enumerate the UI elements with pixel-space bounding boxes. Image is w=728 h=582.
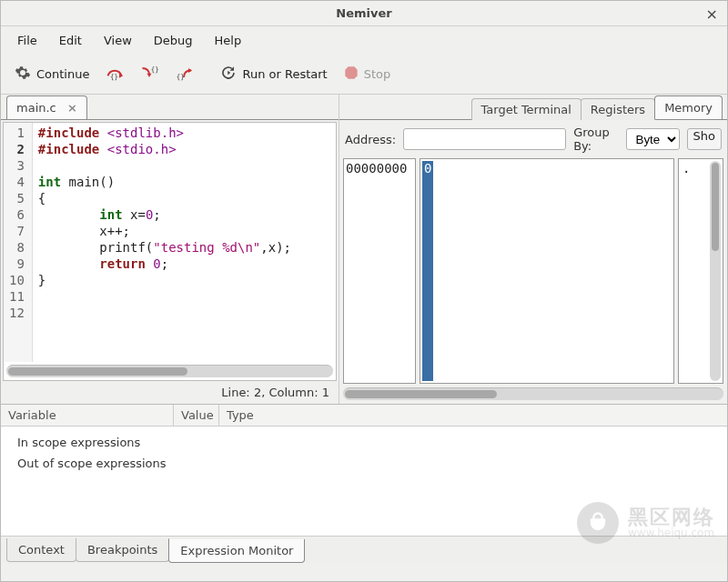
continue-button[interactable]: Continue [8, 60, 96, 88]
svg-marker-3 [345, 66, 357, 78]
row-out-scope[interactable]: Out of scope expressions [1, 453, 727, 474]
step-into-button[interactable]: {} [134, 60, 165, 88]
step-over-icon: {} [106, 65, 124, 84]
continue-label: Continue [36, 67, 89, 81]
address-label: Address: [345, 133, 396, 146]
inspect-pane: Target Terminal Registers Memory Address… [339, 95, 727, 404]
svg-text:{}: {} [177, 73, 185, 81]
bottom-tabs: Context Breakpoints Expression Monitor [1, 536, 727, 563]
groupby-label: Group By: [573, 125, 618, 153]
run-restart-button[interactable]: Run or Restart [214, 60, 333, 88]
svg-text:{}: {} [151, 65, 158, 74]
tab-target-terminal[interactable]: Target Terminal [471, 98, 581, 120]
variables-columns: Variable Value Type [1, 405, 727, 426]
memory-hex-selected: 0 [422, 161, 433, 381]
title-bar: Nemiver × [1, 1, 727, 26]
restart-icon [220, 65, 237, 84]
memory-ascii-vscroll[interactable] [710, 161, 721, 381]
menu-file[interactable]: File [8, 30, 46, 51]
tab-memory[interactable]: Memory [654, 95, 723, 119]
window-close-button[interactable]: × [706, 5, 718, 23]
row-in-scope[interactable]: In scope expressions [1, 432, 727, 453]
step-out-button[interactable]: {} [168, 60, 199, 88]
tab-registers[interactable]: Registers [581, 98, 655, 120]
memory-hscroll[interactable] [343, 387, 723, 400]
menu-view[interactable]: View [95, 30, 141, 51]
address-input[interactable] [403, 128, 566, 150]
inspect-tabs: Target Terminal Registers Memory [339, 95, 727, 120]
stop-icon [344, 65, 359, 83]
tab-expression-monitor[interactable]: Expression Monitor [168, 539, 305, 563]
menu-bar: File Edit View Debug Help [1, 26, 727, 56]
run-restart-label: Run or Restart [242, 67, 327, 81]
close-icon[interactable]: × [67, 101, 77, 115]
memory-toolbar: Address: Group By: Byte Sho [339, 120, 727, 158]
variables-pane: Variable Value Type In scope expressions… [1, 404, 727, 563]
col-type[interactable]: Type [219, 405, 261, 426]
tab-main-c[interactable]: main.c × [6, 95, 87, 119]
editor-hscroll[interactable] [6, 365, 333, 377]
menu-edit[interactable]: Edit [50, 30, 91, 51]
toolbar: Continue {} {} {} Run or Restart Stop [1, 56, 727, 95]
source-tabs: main.c × [1, 95, 339, 120]
groupby-select[interactable]: Byte [626, 128, 680, 150]
editor-status: Line: 2, Column: 1 [1, 383, 339, 404]
menu-help[interactable]: Help [206, 30, 251, 51]
stop-label: Stop [364, 67, 391, 81]
variables-rows: In scope expressions Out of scope expres… [1, 426, 727, 536]
step-into-icon: {} [140, 65, 158, 84]
step-out-icon: {} [175, 65, 193, 84]
stop-button[interactable]: Stop [338, 61, 398, 87]
memory-hex-column[interactable]: 0 [420, 158, 674, 384]
window-title: Nemiver [336, 6, 391, 20]
menu-debug[interactable]: Debug [145, 30, 202, 51]
col-variable[interactable]: Variable [1, 405, 174, 426]
tab-breakpoints[interactable]: Breakpoints [76, 538, 169, 562]
memory-ascii-column: . [678, 158, 723, 384]
memory-view: 00000000 0 . [339, 158, 727, 384]
tab-context[interactable]: Context [6, 538, 76, 562]
source-pane: main.c × 123456789101112 #include <stdli… [1, 95, 339, 404]
tab-label: main.c [16, 101, 56, 115]
gears-icon [15, 65, 31, 84]
code-area[interactable]: #include <stdlib.h>#include <stdio.h> in… [33, 123, 297, 362]
show-button[interactable]: Sho [687, 128, 722, 150]
col-value[interactable]: Value [174, 405, 219, 426]
memory-address-column: 00000000 [343, 158, 416, 384]
source-editor[interactable]: 123456789101112 #include <stdlib.h>#incl… [3, 122, 337, 381]
svg-text:{}: {} [110, 74, 118, 82]
line-gutter: 123456789101112 [4, 123, 33, 362]
step-over-button[interactable]: {} [99, 60, 130, 88]
